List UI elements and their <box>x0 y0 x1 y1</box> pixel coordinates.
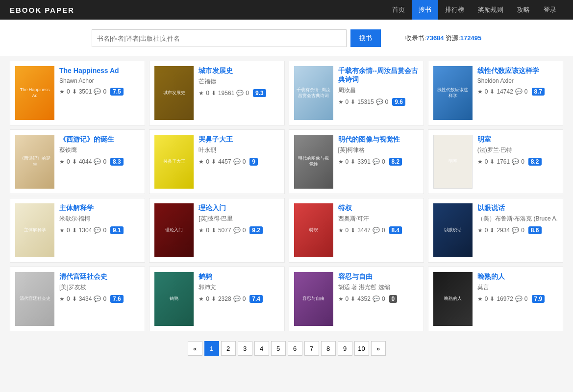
book-title[interactable]: 晚熟的人 <box>477 272 558 281</box>
download-icon: ⬇ <box>211 158 216 165</box>
page-10[interactable]: 10 <box>354 341 369 356</box>
book-card-5: 哭鼻子大王 哭鼻子大王 叶永烈 ★0 ⬇4457 💬0 9 <box>149 129 284 194</box>
book-info: The Happiness Ad Shawn Achor ★0 ⬇3501 💬0… <box>59 66 140 120</box>
comment-icon: 💬 <box>233 227 241 234</box>
comment-count: 0 <box>385 98 389 105</box>
star-icon: ★ <box>477 158 483 165</box>
page-2[interactable]: 2 <box>221 341 236 356</box>
star-icon: ★ <box>338 295 344 302</box>
books-count: 73684 <box>426 34 444 42</box>
score-badge: 7.4 <box>249 295 263 303</box>
book-info: 清代宫廷社会史 [美]罗友枝 ★0 ⬇3434 💬0 7.6 <box>59 272 140 326</box>
book-title[interactable]: 以眼说话 <box>477 203 558 212</box>
book-title[interactable]: 千载有余情--周汝昌赏会古典诗词 <box>338 66 419 84</box>
book-title[interactable]: 特权 <box>338 203 419 212</box>
star-icon: ★ <box>59 295 65 302</box>
nav-item-排行榜[interactable]: 排行榜 <box>438 0 471 20</box>
book-title[interactable]: 线性代数应该这样学 <box>477 66 558 75</box>
nav-item-首页[interactable]: 首页 <box>385 0 412 20</box>
download-icon: ⬇ <box>490 88 495 95</box>
page-1[interactable]: 1 <box>204 341 219 356</box>
book-info: 主体解释学 米歇尔·福柯 ★0 ⬇1304 💬0 9.1 <box>59 203 140 257</box>
nav-item-攻略[interactable]: 攻略 <box>510 0 537 20</box>
score-badge: 7.6 <box>110 295 124 303</box>
book-meta: ★0 ⬇3434 💬0 7.6 <box>59 295 140 303</box>
book-cover: 晚熟的人 <box>433 272 473 326</box>
book-cover: 鹤鹑 <box>154 272 194 326</box>
book-meta: ★0 ⬇2328 💬0 7.4 <box>199 295 279 303</box>
book-inner: 以眼说话 以眼说话 （美）布鲁斯·布洛克 (Bruce A. ★0 ⬇2934 … <box>433 203 558 257</box>
download-count: 3501 <box>79 88 92 95</box>
book-author: Shawn Achor <box>59 77 140 84</box>
book-inner: 特权 特权 西奥斯·可汗 ★0 ⬇3447 💬0 8.4 <box>294 203 419 257</box>
book-title[interactable]: 清代宫廷社会史 <box>59 272 140 281</box>
book-meta: ★0 ⬇4457 💬0 9 <box>199 158 279 166</box>
book-title[interactable]: 主体解释学 <box>59 203 140 212</box>
page-3[interactable]: 3 <box>238 341 252 356</box>
comment-icon: 💬 <box>515 88 523 95</box>
score-badge: 9.2 <box>249 226 263 234</box>
comment-count: 0 <box>103 227 106 234</box>
book-card-3: 线性代数应该这样学 线性代数应该这样学 Sheldon Axler ★0 ⬇14… <box>428 61 563 125</box>
book-inner: 《西游记》的诞生 《西游记》的诞生 蔡铁鹰 ★0 ⬇4044 💬0 8.3 <box>15 135 140 189</box>
book-meta: ★0 ⬇4044 💬0 8.3 <box>59 158 140 166</box>
comment-count: 0 <box>243 158 246 165</box>
book-cover: 《西游记》的诞生 <box>15 135 54 189</box>
score-badge: 9.1 <box>110 226 124 234</box>
nav-item-奖励规则[interactable]: 奖励规则 <box>471 0 510 20</box>
download-icon: ⬇ <box>490 295 495 302</box>
star-count: 0 <box>67 88 70 95</box>
download-icon: ⬇ <box>490 158 495 165</box>
book-inner: 鹤鹑 鹤鹑 郭沛文 ★0 ⬇2328 💬0 7.4 <box>154 272 279 326</box>
star-icon: ★ <box>199 295 204 302</box>
book-inner: 线性代数应该这样学 线性代数应该这样学 Sheldon Axler ★0 ⬇14… <box>433 66 558 120</box>
download-count: 2328 <box>218 295 231 302</box>
book-inner: 明室 明室 (法)罗兰·巴特 ★0 ⬇1761 💬0 8.2 <box>433 135 558 189</box>
book-title[interactable]: The Happiness Ad <box>59 66 140 75</box>
score-badge: 9.6 <box>392 98 405 106</box>
book-card-11: 以眼说话 以眼说话 （美）布鲁斯·布洛克 (Bruce A. ★0 ⬇2934 … <box>428 198 563 263</box>
star-icon: ★ <box>59 158 65 165</box>
page-6[interactable]: 6 <box>288 341 302 356</box>
book-title[interactable]: 理论入门 <box>199 203 279 212</box>
book-title[interactable]: 容忍与自由 <box>338 272 419 281</box>
comment-icon: 💬 <box>376 98 383 105</box>
book-author: （美）布鲁斯·布洛克 (Bruce A. <box>477 215 558 223</box>
page-5[interactable]: 5 <box>271 341 286 356</box>
book-title[interactable]: 鹤鹑 <box>199 272 279 281</box>
star-count: 0 <box>67 295 70 302</box>
cover-text: The Happiness Ad <box>15 66 54 120</box>
download-count: 3434 <box>79 295 92 302</box>
star-icon: ★ <box>59 88 65 95</box>
page-9[interactable]: 9 <box>338 341 352 356</box>
nav-item-登录[interactable]: 登录 <box>537 0 563 20</box>
page-4[interactable]: 4 <box>254 341 269 356</box>
book-title[interactable]: 城市发展史 <box>199 66 279 75</box>
book-inner: 晚熟的人 晚熟的人 莫言 ★0 ⬇16972 💬0 7.9 <box>433 272 558 326</box>
star-count: 0 <box>485 88 488 95</box>
book-author: 西奥斯·可汗 <box>338 215 419 223</box>
download-icon: ⬇ <box>350 227 355 234</box>
nav-item-搜书[interactable]: 搜书 <box>412 0 438 20</box>
book-title[interactable]: 哭鼻子大王 <box>199 135 279 144</box>
download-icon: ⬇ <box>72 227 77 234</box>
book-card-9: 理论入门 理论入门 [英]彼得·巴里 ★0 ⬇5077 💬0 9.2 <box>149 198 284 263</box>
cover-text: 容忍与自由 <box>294 272 333 326</box>
book-info: 鹤鹑 郭沛文 ★0 ⬇2328 💬0 7.4 <box>199 272 279 326</box>
book-title[interactable]: 明代的图像与视觉性 <box>338 135 419 144</box>
pagination-next[interactable]: » <box>371 341 386 356</box>
pagination-prev[interactable]: « <box>188 341 202 356</box>
book-cover: 以眼说话 <box>433 203 473 257</box>
book-cover: 理论入门 <box>154 203 194 257</box>
book-title[interactable]: 《西游记》的诞生 <box>59 135 140 144</box>
search-button[interactable]: 搜书 <box>350 29 381 47</box>
book-info: 城市发展史 芒福德 ★0 ⬇19561 💬0 9.3 <box>199 66 279 120</box>
page-7[interactable]: 7 <box>304 341 319 356</box>
book-card-14: 容忍与自由 容忍与自由 胡适 著 湛光哲 选编 ★0 ⬇4352 💬0 0 <box>289 267 424 331</box>
page-8[interactable]: 8 <box>321 341 336 356</box>
comment-icon: 💬 <box>512 227 519 234</box>
comment-count: 0 <box>382 295 385 302</box>
book-author: 胡适 著 湛光哲 选编 <box>338 283 419 292</box>
book-title[interactable]: 明室 <box>477 135 558 144</box>
search-input[interactable] <box>92 29 347 47</box>
